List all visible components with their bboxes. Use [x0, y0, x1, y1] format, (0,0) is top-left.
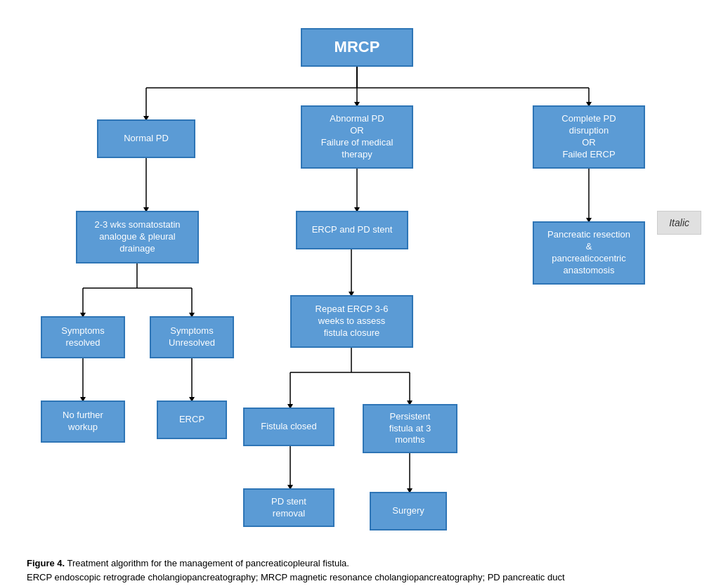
- somatostatin-box: 2-3 wks somatostatinanalogue & pleuraldr…: [76, 211, 199, 263]
- abnormal-pd-box: Abnormal PDORFailure of medicaltherapy: [301, 105, 413, 169]
- surgery-box: Surgery: [370, 492, 447, 530]
- figure-label: Figure 4.: [27, 558, 65, 568]
- normal-pd-box: Normal PD: [97, 119, 195, 158]
- fistula-closed-box: Fistula closed: [243, 408, 334, 446]
- figure-description: Treatment algorithm for the management o…: [67, 558, 349, 568]
- symptoms-unresolved-box: SymptomsUnresolved: [150, 316, 234, 358]
- ercp-small-box: ERCP: [157, 401, 227, 439]
- pd-stent-removal-box: PD stentremoval: [243, 488, 334, 527]
- pancreatic-resection-box: Pancreatic resection&pancreaticocentrica…: [533, 221, 645, 285]
- repeat-ercp-box: Repeat ERCP 3-6weeks to assessfistula cl…: [290, 295, 413, 348]
- mrcp-box: MRCP: [301, 28, 413, 67]
- complete-pd-box: Complete PDdisruptionORFailed ERCP: [533, 105, 645, 169]
- abbreviations: ERCP endoscopic retrograde cholangiopanc…: [27, 572, 565, 582]
- diagram-container: MRCP Normal PD Abnormal PDORFailure of m…: [27, 14, 701, 584]
- flowchart: MRCP Normal PD Abnormal PDORFailure of m…: [27, 14, 701, 548]
- no-further-workup-box: No furtherworkup: [41, 401, 125, 443]
- ercp-pd-stent-box: ERCP and PD stent: [296, 211, 408, 249]
- italic-tooltip: Italic: [657, 211, 701, 235]
- symptoms-resolved-box: Symptomsresolved: [41, 316, 125, 358]
- figure-caption: Figure 4. Treatment algorithm for the ma…: [27, 556, 701, 584]
- persistent-fistula-box: Persistentfistula at 3months: [363, 404, 457, 453]
